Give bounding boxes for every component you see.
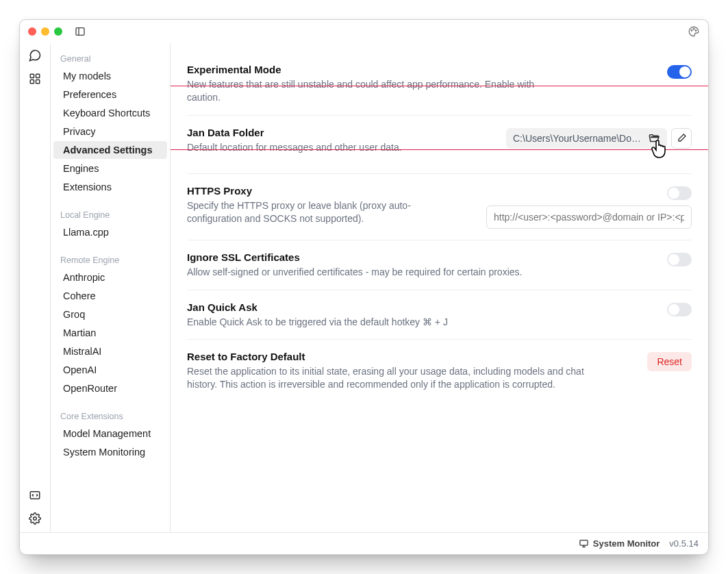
system-monitor-button[interactable]: System Monitor	[579, 538, 660, 549]
setting-reset: Reset to Factory Default Reset the appli…	[187, 340, 692, 402]
setting-desc: Reset the application to its initial sta…	[187, 365, 612, 391]
svg-rect-8	[36, 80, 40, 84]
setting-data-folder: Jan Data Folder Default location for mes…	[187, 116, 692, 174]
svg-rect-0	[76, 28, 84, 36]
sidebar-item-keyboard-shortcuts[interactable]: Keyboard Shortcuts	[53, 104, 167, 122]
sidebar-item-my-models[interactable]: My models	[53, 67, 167, 85]
app-window: GeneralMy modelsPreferencesKeyboard Shor…	[19, 19, 709, 555]
sidebar-group-label: General	[51, 49, 170, 66]
sidebar-item-cohere[interactable]: Cohere	[53, 287, 167, 305]
quick-ask-toggle[interactable]	[667, 303, 692, 316]
setting-title: Ignore SSL Certificates	[187, 251, 651, 263]
sidebar-group-label: Remote Engine	[51, 250, 170, 268]
svg-point-4	[695, 30, 696, 32]
svg-rect-7	[30, 80, 34, 84]
sidebar-item-engines[interactable]: Engines	[53, 160, 167, 177]
svg-point-2	[691, 30, 692, 32]
ssl-toggle[interactable]	[667, 253, 692, 266]
proxy-toggle[interactable]	[667, 186, 692, 200]
svg-rect-5	[30, 74, 34, 77]
setting-desc: Default location for messages and other …	[187, 141, 490, 154]
edit-path-button[interactable]	[671, 128, 692, 149]
minimize-window-button[interactable]	[41, 27, 49, 36]
proxy-input[interactable]	[486, 205, 692, 229]
experimental-toggle[interactable]	[667, 65, 692, 79]
setting-quick-ask: Jan Quick Ask Enable Quick Ask to be tri…	[187, 290, 692, 340]
setting-ignore-ssl: Ignore SSL Certificates Allow self-signe…	[187, 240, 692, 290]
sidebar-item-advanced-settings[interactable]: Advanced Settings	[53, 141, 167, 159]
data-folder-path[interactable]: C:\Users\YourUsername\Do…	[506, 128, 667, 149]
settings-sidebar: GeneralMy modelsPreferencesKeyboard Shor…	[50, 43, 171, 532]
folder-open-icon[interactable]	[648, 132, 660, 145]
sidebar-item-anthropic[interactable]: Anthropic	[53, 269, 167, 286]
version-label: v0.5.14	[669, 538, 699, 549]
setting-experimental: Experimental Mode New features that are …	[187, 53, 692, 116]
setting-title: Experimental Mode	[187, 64, 651, 75]
chat-icon[interactable]	[28, 49, 42, 62]
sidebar-group-label: Core Extensions	[51, 406, 170, 424]
svg-point-3	[693, 29, 694, 30]
settings-icon[interactable]	[28, 512, 42, 525]
setting-title: Jan Quick Ask	[187, 301, 651, 313]
code-icon[interactable]	[28, 488, 42, 502]
sidebar-item-openai[interactable]: OpenAI	[53, 361, 167, 379]
setting-title: HTTPS Proxy	[187, 185, 470, 197]
sidebar-item-model-management[interactable]: Model Management	[53, 425, 167, 442]
sidebar-group-label: Local Engine	[51, 205, 170, 223]
status-bar: System Monitor v0.5.14	[20, 532, 708, 554]
sidebar-item-groq[interactable]: Groq	[53, 305, 167, 323]
close-window-button[interactable]	[28, 27, 36, 36]
data-folder-path-text: C:\Users\YourUsername\Do…	[513, 133, 641, 144]
palette-icon[interactable]	[688, 25, 700, 38]
setting-title: Reset to Factory Default	[187, 351, 631, 362]
system-monitor-label: System Monitor	[593, 538, 660, 549]
sidebar-item-system-monitoring[interactable]: System Monitoring	[53, 443, 167, 461]
setting-https-proxy: HTTPS Proxy Specify the HTTPS proxy or l…	[187, 174, 692, 240]
sidebar-item-martian[interactable]: Martian	[53, 324, 167, 342]
titlebar	[20, 20, 708, 43]
setting-desc: New features that are still unstable and…	[187, 78, 570, 104]
grid-icon[interactable]	[28, 72, 42, 86]
maximize-window-button[interactable]	[54, 27, 62, 36]
svg-rect-6	[36, 74, 40, 77]
svg-rect-11	[580, 540, 588, 546]
window-controls	[28, 27, 62, 36]
setting-title: Jan Data Folder	[187, 127, 490, 138]
setting-desc: Specify the HTTPS proxy or leave blank (…	[187, 199, 434, 225]
monitor-icon	[579, 538, 589, 549]
svg-point-10	[34, 517, 37, 521]
sidebar-toggle-icon[interactable]	[75, 26, 86, 37]
setting-desc: Enable Quick Ask to be triggered via the…	[187, 316, 570, 329]
sidebar-item-extensions[interactable]: Extensions	[53, 178, 167, 196]
icon-rail	[20, 43, 50, 532]
sidebar-item-privacy[interactable]: Privacy	[53, 123, 167, 140]
sidebar-item-openrouter[interactable]: OpenRouter	[53, 379, 167, 397]
setting-desc: Allow self-signed or unverified certific…	[187, 266, 570, 279]
sidebar-item-mistralai[interactable]: MistralAI	[53, 342, 167, 360]
reset-button[interactable]: Reset	[647, 352, 692, 371]
sidebar-item-llama-cpp[interactable]: Llama.cpp	[53, 223, 167, 241]
settings-content: Experimental Mode New features that are …	[171, 43, 708, 532]
sidebar-item-preferences[interactable]: Preferences	[53, 86, 167, 103]
